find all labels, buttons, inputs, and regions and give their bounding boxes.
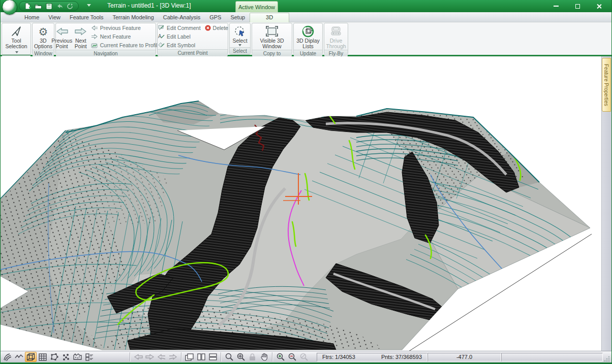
next-point-arrow-icon	[74, 25, 87, 38]
maximize-button[interactable]	[567, 0, 588, 12]
ribbon-group-navigation: Previous Point Next Point Previous Featu…	[55, 23, 156, 55]
next-feature-nav-button[interactable]	[167, 352, 179, 362]
points-count: Pnts: 37/368593	[381, 354, 422, 360]
minimize-icon	[554, 6, 559, 7]
app-logo-icon[interactable]	[2, 0, 17, 15]
cursor-arrow-icon	[10, 25, 22, 38]
elevation-readout: -477.0	[427, 353, 501, 361]
visible-3d-window-button[interactable]: Visible 3D Window	[258, 24, 285, 49]
edit-comment-button[interactable]: Edit Comment	[158, 24, 201, 31]
save-icon[interactable]	[46, 3, 52, 10]
label-pencil-icon: A	[158, 34, 165, 39]
tab-home[interactable]: Home	[20, 13, 44, 22]
tile-horizontal-button[interactable]	[207, 352, 219, 362]
3d-display-lists-button[interactable]: 3D Diplay Lists	[295, 24, 321, 49]
minimize-button[interactable]	[545, 0, 567, 12]
zoom-in-button[interactable]	[274, 352, 286, 362]
tool-selection-button[interactable]: Tool Selection	[3, 24, 29, 55]
active-window-context-label: Active Window	[235, 1, 278, 12]
tab-feature-tools[interactable]: Feature Tools	[65, 13, 108, 22]
zoom-out-button[interactable]	[286, 352, 298, 362]
new-file-icon[interactable]	[24, 3, 31, 10]
feature-point-counter: Ftrs: 1/34053 Pnts: 37/368593	[317, 353, 427, 361]
ribbon-group-current-point: Edit Comment Delete A Edit Label Edit S	[157, 23, 228, 55]
zoom-window-button[interactable]	[223, 352, 235, 362]
group-label-navigation: Navigation	[56, 50, 156, 57]
maximize-icon	[575, 4, 580, 9]
prev-feature-nav-button[interactable]	[156, 352, 167, 362]
group-label-select: Select	[230, 47, 250, 54]
display-lists-button[interactable]	[83, 352, 95, 362]
qat-dropdown-icon[interactable]	[87, 4, 91, 7]
previous-point-button[interactable]: Previous Point	[51, 24, 73, 49]
features-count: Ftrs: 1/34053	[322, 354, 355, 360]
quick-access-toolbar	[19, 1, 79, 11]
select-dropdown-caret-icon	[238, 44, 241, 46]
group-label-current-point: Current Point	[158, 49, 228, 56]
app-window: Terrain - untitled1 - [3D View:1] Active…	[0, 0, 612, 364]
terrain-render	[1, 56, 601, 351]
titlebar: Terrain - untitled1 - [3D View:1] Active…	[1, 0, 611, 12]
previous-feature-button[interactable]: Previous Feature	[91, 24, 160, 32]
close-icon	[596, 4, 602, 9]
pan-hand-button[interactable]	[258, 352, 270, 362]
gear-icon: ⚙	[39, 25, 48, 38]
polygon-nodes-button[interactable]	[48, 352, 60, 362]
tab-setup[interactable]: Setup	[226, 13, 250, 22]
previous-feature-icon	[91, 25, 98, 31]
car-icon	[329, 25, 343, 38]
ribbon-group-select: Select Select	[229, 23, 251, 55]
edit-symbol-button[interactable]: Edit Symbol	[158, 41, 228, 49]
delete-icon	[205, 25, 211, 31]
tab-3d[interactable]: 3D	[250, 13, 289, 22]
next-point-nav-button[interactable]	[144, 352, 156, 362]
side-panel-strip: Feature Properties	[601, 56, 611, 351]
next-feature-button[interactable]: Next Feature	[91, 33, 160, 41]
select-lasso-cursor-icon	[234, 25, 246, 38]
undo-icon[interactable]	[56, 3, 63, 9]
contours-view-button[interactable]	[2, 352, 13, 362]
3d-terrain-viewport[interactable]	[1, 56, 601, 351]
feature-properties-tab[interactable]: Feature Properties	[602, 58, 611, 112]
tab-cable-analysis[interactable]: Cable-Analysis	[159, 13, 205, 22]
status-spacer-segment	[501, 353, 603, 361]
ribbon: Tool Selection Mode ⚙ 3D Options Window …	[1, 22, 611, 55]
redo-icon[interactable]	[67, 3, 73, 10]
ribbon-group-mode: Tool Selection Mode	[2, 23, 31, 55]
tab-view[interactable]: View	[44, 13, 65, 22]
select-button[interactable]: Select	[231, 24, 249, 47]
status-toolbar: Ftrs: 1/34053 Pnts: 37/368593 -477.0	[1, 351, 611, 362]
tab-terrain-modeling[interactable]: Terrain Modeling	[108, 13, 158, 22]
breakline-box-button[interactable]	[72, 352, 83, 362]
grid-view-button[interactable]	[37, 352, 48, 362]
next-point-button[interactable]: Next Point	[73, 24, 89, 49]
profile-view-button[interactable]	[13, 352, 25, 362]
zoom-off-button[interactable]	[298, 352, 310, 362]
next-feature-icon	[91, 34, 98, 40]
window-title: Terrain - untitled1 - [3D View:1]	[107, 2, 189, 9]
cascade-windows-button[interactable]	[183, 352, 195, 362]
close-button[interactable]	[588, 0, 609, 12]
open-folder-icon[interactable]	[35, 3, 42, 9]
prev-point-nav-button[interactable]	[132, 352, 144, 362]
group-label-window: Window	[33, 50, 54, 57]
edit-label-button[interactable]: A Edit Label	[158, 32, 228, 40]
3d-options-button[interactable]: ⚙ 3D Options	[33, 24, 54, 49]
tile-vertical-button[interactable]	[195, 352, 207, 362]
previous-point-arrow-icon	[55, 25, 69, 38]
ribbon-group-flyby: Drive Through Fly-By	[324, 23, 348, 55]
zoom-extents-button[interactable]	[235, 352, 247, 362]
resize-grip[interactable]	[604, 356, 610, 362]
drive-through-button[interactable]: Drive Through	[324, 24, 347, 49]
ribbon-group-clipboard: Visible 3D Window Copy to Clipboard	[252, 23, 292, 55]
lock-view-button[interactable]	[247, 352, 258, 362]
capture-frame-icon	[265, 25, 279, 38]
symbol-pencil-icon	[158, 42, 165, 48]
points-view-button[interactable]	[60, 352, 72, 362]
3d-view-button[interactable]	[25, 352, 37, 362]
tab-gps[interactable]: GPS	[205, 13, 226, 22]
comment-pencil-icon	[158, 25, 165, 30]
delete-button[interactable]: Delete	[205, 24, 228, 31]
current-feature-to-profile-button[interactable]: Current Feature to Profile	[91, 42, 160, 49]
refresh-cube-icon	[302, 25, 314, 38]
